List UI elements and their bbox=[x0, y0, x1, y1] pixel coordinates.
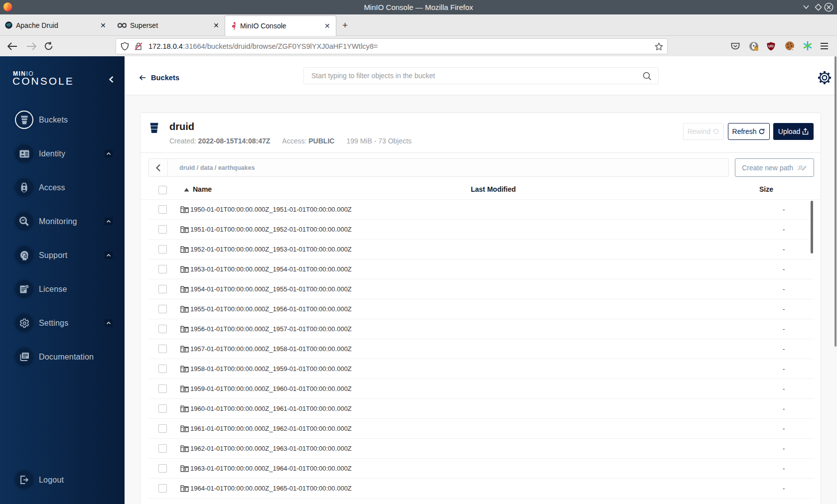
svg-text:://: :// bbox=[797, 164, 803, 171]
svg-text:UO: UO bbox=[768, 44, 774, 48]
